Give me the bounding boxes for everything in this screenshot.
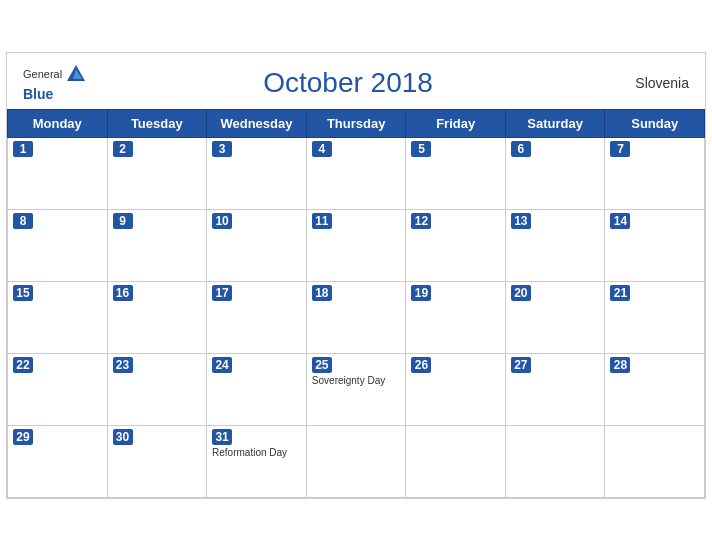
day-number: 6: [511, 141, 531, 157]
day-number: 23: [113, 357, 133, 373]
header-sunday: Sunday: [605, 109, 705, 137]
calendar-cell: 7: [605, 137, 705, 209]
day-number: 2: [113, 141, 133, 157]
day-event: Reformation Day: [212, 447, 301, 458]
day-event: Sovereignty Day: [312, 375, 401, 386]
calendar-wrapper: General Blue October 2018 Slovenia Monda…: [6, 52, 706, 499]
day-number: 18: [312, 285, 332, 301]
day-number: 7: [610, 141, 630, 157]
day-number: 5: [411, 141, 431, 157]
day-number: 31: [212, 429, 232, 445]
calendar-cell: 22: [8, 353, 108, 425]
day-number: 10: [212, 213, 232, 229]
day-number: 14: [610, 213, 630, 229]
calendar-cell: 26: [406, 353, 505, 425]
calendar-cell: 18: [306, 281, 406, 353]
day-number: 3: [212, 141, 232, 157]
day-number: 1: [13, 141, 33, 157]
day-number: 19: [411, 285, 431, 301]
day-number: 8: [13, 213, 33, 229]
logo-area: General Blue: [23, 63, 87, 103]
day-number: 13: [511, 213, 531, 229]
calendar-cell: 6: [505, 137, 605, 209]
day-number: 30: [113, 429, 133, 445]
calendar-table: Monday Tuesday Wednesday Thursday Friday…: [7, 109, 705, 498]
header-friday: Friday: [406, 109, 505, 137]
day-number: 24: [212, 357, 232, 373]
header-thursday: Thursday: [306, 109, 406, 137]
calendar-cell: 5: [406, 137, 505, 209]
calendar-cell: 9: [107, 209, 207, 281]
day-number: 16: [113, 285, 133, 301]
logo-icon: [65, 63, 87, 85]
day-number: 20: [511, 285, 531, 301]
calendar-cell: 14: [605, 209, 705, 281]
calendar-cell: 16: [107, 281, 207, 353]
day-number: 15: [13, 285, 33, 301]
calendar-cell: [406, 425, 505, 497]
calendar-cell: 20: [505, 281, 605, 353]
calendar-cell: [306, 425, 406, 497]
logo-blue-text: Blue: [23, 86, 53, 102]
calendar-cell: 10: [207, 209, 307, 281]
day-number: 4: [312, 141, 332, 157]
calendar-cell: 3: [207, 137, 307, 209]
day-number: 25: [312, 357, 332, 373]
calendar-cell: 25Sovereignty Day: [306, 353, 406, 425]
calendar-cell: 30: [107, 425, 207, 497]
week-row-2: 891011121314: [8, 209, 705, 281]
day-number: 21: [610, 285, 630, 301]
calendar-cell: 11: [306, 209, 406, 281]
calendar-cell: 15: [8, 281, 108, 353]
calendar-header: General Blue October 2018 Slovenia: [7, 53, 705, 109]
calendar-cell: 21: [605, 281, 705, 353]
calendar-cell: 19: [406, 281, 505, 353]
calendar-cell: 13: [505, 209, 605, 281]
month-title: October 2018: [87, 67, 609, 99]
calendar-cell: 12: [406, 209, 505, 281]
logo-general-text: General: [23, 68, 62, 80]
week-row-5: 293031Reformation Day: [8, 425, 705, 497]
day-number: 11: [312, 213, 332, 229]
day-number: 9: [113, 213, 133, 229]
week-row-1: 1234567: [8, 137, 705, 209]
header-monday: Monday: [8, 109, 108, 137]
day-number: 17: [212, 285, 232, 301]
week-row-4: 22232425Sovereignty Day262728: [8, 353, 705, 425]
calendar-cell: 31Reformation Day: [207, 425, 307, 497]
day-number: 12: [411, 213, 431, 229]
calendar-cell: 4: [306, 137, 406, 209]
calendar-cell: 8: [8, 209, 108, 281]
calendar-cell: 27: [505, 353, 605, 425]
header-wednesday: Wednesday: [207, 109, 307, 137]
day-number: 28: [610, 357, 630, 373]
calendar-cell: [605, 425, 705, 497]
calendar-cell: 23: [107, 353, 207, 425]
day-number: 27: [511, 357, 531, 373]
country-label: Slovenia: [609, 75, 689, 91]
day-number: 26: [411, 357, 431, 373]
calendar-cell: 24: [207, 353, 307, 425]
day-number: 22: [13, 357, 33, 373]
calendar-cell: 17: [207, 281, 307, 353]
day-number: 29: [13, 429, 33, 445]
weekday-header-row: Monday Tuesday Wednesday Thursday Friday…: [8, 109, 705, 137]
calendar-cell: 29: [8, 425, 108, 497]
header-saturday: Saturday: [505, 109, 605, 137]
header-tuesday: Tuesday: [107, 109, 207, 137]
week-row-3: 15161718192021: [8, 281, 705, 353]
calendar-cell: [505, 425, 605, 497]
calendar-cell: 2: [107, 137, 207, 209]
calendar-cell: 1: [8, 137, 108, 209]
calendar-cell: 28: [605, 353, 705, 425]
